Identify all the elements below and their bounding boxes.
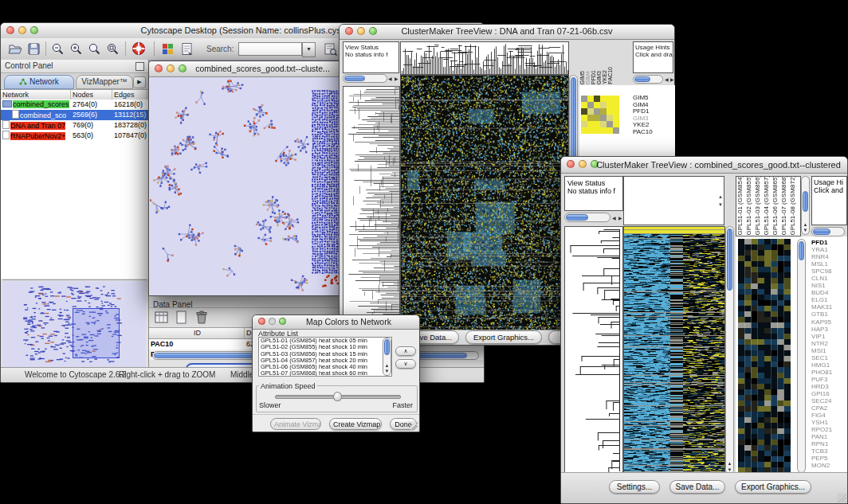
move-up-button[interactable]: ∧: [395, 346, 416, 356]
new-attribute-icon[interactable]: [174, 310, 190, 326]
treeview2-heatmap[interactable]: [623, 226, 725, 475]
attribute-list-scrollbar[interactable]: ▲ ▼: [383, 338, 391, 376]
minimize-icon[interactable]: [579, 160, 587, 168]
scroll-left-icon[interactable]: ◀: [665, 76, 669, 82]
dialog-titlebar[interactable]: Map Colors to Network: [253, 315, 419, 330]
scroll-left-icon[interactable]: ◀: [388, 76, 392, 81]
close-icon[interactable]: [567, 160, 575, 168]
matrix-cell: [607, 127, 613, 134]
table-row[interactable]: combined_scores 2764(0) 16218(0): [1, 100, 148, 110]
matrix-cell: [607, 102, 613, 108]
vizmapper-palette-icon[interactable]: [160, 41, 175, 57]
table-row-selected[interactable]: combined_sco 2569(6) 13112(15): [1, 110, 148, 120]
select-attributes-icon[interactable]: [154, 310, 170, 326]
file-icon: [2, 131, 10, 139]
treeview2-zoom-heatmap[interactable]: [738, 239, 791, 473]
zoom-in-icon[interactable]: [69, 41, 84, 57]
gene-label: FIG4: [811, 412, 846, 419]
gene-label: MSL1: [811, 260, 846, 268]
gene-label: SPC98: [811, 268, 846, 275]
slider-thumb[interactable]: [333, 392, 342, 401]
network-view-titlebar[interactable]: combined_scores_good.txt--cluste...: [149, 61, 347, 77]
help-lifering-icon[interactable]: [131, 41, 147, 57]
treeview1-row-dendrogram[interactable]: [343, 86, 400, 333]
scroll-right-icon[interactable]: ▶: [395, 76, 398, 81]
resize-grip[interactable]: [837, 493, 846, 502]
gene-label: ELG1: [811, 296, 846, 303]
resize-grip[interactable]: [409, 421, 418, 431]
tab-network[interactable]: Network: [4, 75, 74, 89]
gene-label: MSI1: [811, 347, 846, 354]
minimize-icon[interactable]: [167, 64, 175, 72]
close-icon[interactable]: [155, 64, 163, 72]
scroll-left-icon[interactable]: ◀: [612, 215, 616, 221]
animation-speed-slider[interactable]: [275, 395, 401, 399]
annotation-page-icon[interactable]: [179, 41, 194, 57]
treeview1-titlebar[interactable]: ClusterMaker TreeView : DNA and Tran 07-…: [340, 25, 674, 40]
close-icon[interactable]: [6, 26, 14, 34]
treeview1-status-scrollbar[interactable]: [343, 74, 387, 83]
treeview2-status-scrollbar[interactable]: [564, 213, 610, 222]
treeview1-zoom-hscrollbar[interactable]: [633, 75, 663, 84]
settings-button[interactable]: Settings...: [609, 480, 660, 494]
table-row[interactable]: DNA and Tran 07 769(0) 183728(0): [1, 120, 148, 131]
delete-attribute-icon[interactable]: [194, 310, 210, 326]
close-icon[interactable]: [345, 27, 353, 35]
zoom-window-icon[interactable]: [369, 27, 377, 35]
minimize-icon[interactable]: [357, 27, 365, 35]
scroll-right-icon[interactable]: ▶: [618, 215, 622, 221]
minimize-icon[interactable]: [18, 26, 26, 34]
float-panel-icon[interactable]: [135, 62, 144, 71]
save-session-icon[interactable]: [26, 41, 41, 57]
create-vizmap-button[interactable]: Create Vizmap: [329, 418, 382, 430]
matrix-cell: [600, 127, 607, 134]
gene-label: NIS1: [811, 282, 846, 289]
treeview2-gene-list[interactable]: PFD1 YRA1 RNR4 MSL1 SPC98 CLN1 NIS1 BUD4…: [811, 239, 846, 470]
treeview1-column-labels: GIM5 GIM4 PFD1 GIM3 YKE2 PAC10: [579, 41, 621, 84]
table-row[interactable]: RNAPuberNov2+ 563(0) 107847(0): [1, 131, 148, 141]
export-graphics-button[interactable]: Export Graphics...: [735, 480, 811, 494]
gene-label: YSH1: [811, 419, 846, 426]
faster-label: Faster: [392, 401, 413, 409]
zoom-fit-icon[interactable]: [87, 41, 102, 57]
attribute-browser-icon[interactable]: [323, 41, 338, 57]
scroll-right-icon[interactable]: ▶: [670, 76, 674, 82]
gene-label: NTR2: [811, 340, 846, 347]
treeview2-zoom-hscrollbar[interactable]: [811, 227, 845, 236]
zoom-selected-icon[interactable]: [105, 41, 120, 57]
list-item[interactable]: GPL51-07 (GSM868) heat shock 60 min: [261, 370, 391, 377]
gene-label: RPO21: [811, 426, 846, 433]
treeview2-row-dendrogram[interactable]: [564, 226, 623, 475]
network-graph-canvas[interactable]: [150, 77, 347, 295]
gene-label: SEC1: [811, 354, 846, 361]
treeview1-heatmap[interactable]: [400, 75, 569, 333]
attribute-list[interactable]: GPL51-01 (GSM854) heat shock 05 min GPL5…: [258, 337, 392, 377]
treeview1-gene-labels[interactable]: GIM5 GIM4 PFD1 GIM3 YKE2 PAC10: [633, 95, 653, 136]
birdseye-view[interactable]: [2, 279, 147, 368]
search-input[interactable]: [238, 42, 302, 56]
close-icon[interactable]: [258, 318, 265, 325]
search-dropdown-icon[interactable]: ▼: [302, 42, 316, 57]
zoom-window-icon[interactable]: [30, 26, 38, 34]
treeview2-titlebar[interactable]: ClusterMaker TreeView : combined_scores_…: [561, 157, 847, 174]
move-down-button[interactable]: ∨: [395, 359, 416, 369]
export-graphics-button[interactable]: Export Graphics...: [465, 330, 542, 344]
tab-overflow-icon[interactable]: ▶: [133, 76, 146, 88]
zoom-out-icon[interactable]: [50, 41, 65, 57]
treeview2-column-dendrogram[interactable]: ▲ ▼: [623, 176, 724, 225]
matrix-cell: [600, 121, 607, 127]
treeview2-view-status: View Status No status info f: [564, 176, 623, 211]
tab-vizmapper[interactable]: VizMapper™: [76, 75, 133, 89]
matrix-cell: [600, 115, 607, 121]
matrix-cell: [600, 108, 607, 115]
treeview1-zoom-matrix[interactable]: [581, 96, 619, 134]
treeview1-column-dendrogram[interactable]: [400, 41, 569, 75]
matrix-cell: [594, 102, 600, 108]
open-session-icon[interactable]: [7, 41, 22, 57]
treeview2-labels-vscrollbar[interactable]: ▲ ▼: [801, 176, 810, 235]
matrix-cell: [607, 108, 613, 115]
desktop: { "main": { "title": "Cytoscape Desktop …: [0, 0, 848, 504]
treeview2-zoom-vscrollbar[interactable]: [797, 239, 806, 473]
save-data-button[interactable]: Save Data...: [669, 480, 725, 494]
treeview2-vscrollbar[interactable]: ▲ ▼: [725, 226, 734, 475]
